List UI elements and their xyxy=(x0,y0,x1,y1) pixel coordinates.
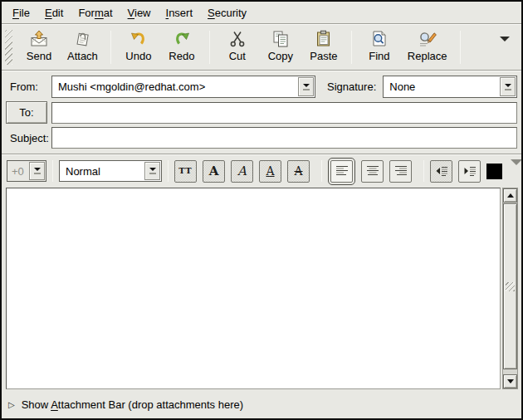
copy-button[interactable]: Copy xyxy=(259,27,302,67)
send-button[interactable]: Send xyxy=(17,27,61,67)
align-center-icon xyxy=(365,164,380,178)
signature-dropdown-button[interactable] xyxy=(500,77,516,96)
scroll-down-button[interactable] xyxy=(503,374,517,388)
font-size-dropdown-button[interactable] xyxy=(29,162,45,180)
signature-select[interactable]: None xyxy=(383,76,517,98)
menu-mnemonic: E xyxy=(45,7,52,19)
indent-button[interactable] xyxy=(458,160,481,183)
font-color-button[interactable] xyxy=(486,164,502,179)
copy-label: Copy xyxy=(268,50,293,62)
strikethrough-icon: A xyxy=(294,165,302,177)
chevron-down-icon xyxy=(303,84,310,87)
menu-file[interactable]: File xyxy=(5,4,37,22)
find-icon xyxy=(369,29,389,49)
strikethrough-toggle-button[interactable]: A xyxy=(287,160,310,183)
menu-label: nsert xyxy=(169,7,193,19)
cut-button[interactable]: Cut xyxy=(216,27,259,67)
paste-button[interactable]: Paste xyxy=(302,27,345,67)
attachment-label-post: ttachment Bar (drop attachments here) xyxy=(58,398,243,411)
subject-label: Subject: xyxy=(6,132,51,144)
replace-icon xyxy=(418,29,437,49)
attachment-bar-toggle[interactable]: ▷ Show Attachment Bar (drop attachments … xyxy=(2,391,521,418)
expander-icon: ▷ xyxy=(8,400,15,409)
menu-security[interactable]: Security xyxy=(200,4,254,22)
message-body-editor[interactable] xyxy=(6,188,501,389)
align-left-button[interactable] xyxy=(330,160,353,183)
menu-mnemonic: m xyxy=(95,7,104,19)
redo-label: Redo xyxy=(169,50,194,62)
chevron-down-icon xyxy=(511,159,522,178)
attachment-label-mnemonic: A xyxy=(51,398,58,411)
cut-icon xyxy=(227,29,247,49)
subject-row: Subject: xyxy=(6,127,517,149)
header-fields: From: Mushi <mgoldin@redhat.com> Signatu… xyxy=(2,71,521,154)
paragraph-style-dropdown-button[interactable] xyxy=(144,162,160,180)
underline-icon: A xyxy=(266,165,274,177)
menu-edit[interactable]: Edit xyxy=(37,4,71,22)
toolbar-separator xyxy=(110,31,111,64)
menu-bar: File Edit Format View Insert Security xyxy=(2,2,521,23)
toolbar-drag-handle[interactable] xyxy=(5,30,12,65)
menu-mnemonic: F xyxy=(12,7,19,19)
from-select[interactable]: Mushi <mgoldin@redhat.com> xyxy=(51,76,315,98)
menu-label: For xyxy=(78,7,95,19)
send-label: Send xyxy=(27,50,51,62)
toolbar-separator xyxy=(351,31,352,64)
menu-format[interactable]: Format xyxy=(71,4,120,22)
send-icon xyxy=(29,29,49,49)
italic-icon: A xyxy=(237,165,247,178)
paste-icon xyxy=(314,29,334,49)
arrow-up-icon xyxy=(507,193,514,198)
menu-label: ecurity xyxy=(215,7,247,19)
chevron-down-icon xyxy=(149,168,156,171)
italic-toggle-button[interactable]: A xyxy=(231,160,253,183)
scrollbar-thumb[interactable] xyxy=(503,203,517,369)
menu-view[interactable]: View xyxy=(120,4,159,22)
message-body-area xyxy=(6,188,518,389)
underline-toggle-button[interactable]: A xyxy=(259,160,281,183)
to-row: To: xyxy=(6,101,517,124)
attach-button[interactable]: Attach xyxy=(61,27,105,67)
from-dropdown-button[interactable] xyxy=(298,77,314,96)
bold-icon: A xyxy=(209,165,219,178)
format-toolbar: +0 Normal TT A A A A xyxy=(2,155,521,187)
from-row: From: Mushi <mgoldin@redhat.com> Signatu… xyxy=(6,76,517,98)
to-button[interactable]: To: xyxy=(6,101,47,124)
chevron-down-icon xyxy=(505,84,511,87)
menu-label: dit xyxy=(52,7,64,19)
format-separator xyxy=(52,160,53,182)
menu-label: at xyxy=(104,7,113,19)
replace-button[interactable]: Replace xyxy=(401,27,454,67)
from-value: Mushi <mgoldin@redhat.com> xyxy=(52,81,297,93)
scroll-up-button[interactable] xyxy=(503,188,517,203)
redo-button[interactable]: Redo xyxy=(160,27,203,67)
dropdown-underline xyxy=(34,173,41,174)
font-size-select[interactable]: +0 xyxy=(7,160,46,182)
chevron-down-icon xyxy=(34,168,41,171)
to-input[interactable] xyxy=(51,102,517,124)
find-button[interactable]: Find xyxy=(358,27,401,67)
subject-input[interactable] xyxy=(51,127,517,149)
undo-button[interactable]: Undo xyxy=(117,27,160,67)
paragraph-style-select[interactable]: Normal xyxy=(59,160,162,182)
replace-label: Replace xyxy=(408,50,447,62)
to-label-cell: To: xyxy=(6,101,51,124)
bold-toggle-button[interactable]: A xyxy=(203,160,225,183)
unindent-button[interactable] xyxy=(430,160,452,183)
font-size-value: +0 xyxy=(7,161,28,181)
menu-label: iew xyxy=(134,7,151,19)
menu-mnemonic: V xyxy=(128,7,134,19)
format-separator xyxy=(168,160,169,182)
toolbar-overflow-button[interactable] xyxy=(500,42,510,54)
vertical-scrollbar[interactable] xyxy=(502,188,518,389)
attachment-label-pre: Show xyxy=(22,398,51,411)
scrollbar-track[interactable] xyxy=(503,203,517,374)
formatbar-overflow-button[interactable] xyxy=(511,165,522,178)
align-center-button[interactable] xyxy=(361,160,384,183)
align-right-button[interactable] xyxy=(389,160,412,183)
attach-label: Attach xyxy=(67,50,98,62)
arrow-down-icon xyxy=(507,379,514,383)
undo-icon xyxy=(129,29,149,49)
menu-insert[interactable]: Insert xyxy=(159,4,201,22)
typewriter-toggle-button[interactable]: TT xyxy=(174,160,197,183)
